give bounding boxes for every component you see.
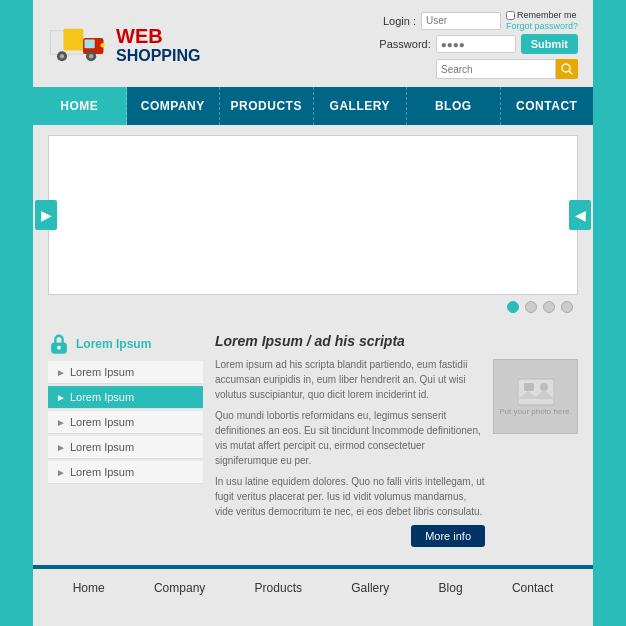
footer-company[interactable]: Company [154, 581, 205, 595]
main-content: Lorem Ipsum / ad his scripta Lorem ipsum… [215, 333, 578, 547]
svg-point-12 [57, 346, 61, 350]
svg-point-5 [60, 54, 64, 58]
footer-nav: Home Company Products Gallery Blog Conta… [33, 569, 593, 607]
nav-contact[interactable]: CONTACT [501, 87, 594, 125]
sidebar-arrow-5: ► [56, 467, 66, 478]
content-para-1: Lorem ipsum ad his scripta blandit parti… [215, 357, 485, 402]
footer-contact[interactable]: Contact [512, 581, 553, 595]
sidebar-item-2[interactable]: ► Lorem Ipsum [48, 386, 203, 409]
sidebar-arrow-3: ► [56, 417, 66, 428]
remember-me-checkbox[interactable] [506, 11, 515, 20]
user-input[interactable] [421, 12, 501, 30]
slider-dot-4[interactable] [561, 301, 573, 313]
content-with-photo: Lorem ipsum ad his scripta blandit parti… [215, 357, 578, 547]
password-label: Password: [379, 38, 430, 50]
logo-shopping: SHOPPING [116, 47, 200, 65]
sidebar-item-3[interactable]: ► Lorem Ipsum [48, 411, 203, 434]
truck-icon [48, 25, 108, 65]
sidebar-arrow-4: ► [56, 442, 66, 453]
svg-rect-1 [63, 28, 83, 50]
sidebar-item-1[interactable]: ► Lorem Ipsum [48, 361, 203, 384]
svg-line-10 [569, 71, 572, 74]
footer-gallery[interactable]: Gallery [351, 581, 389, 595]
nav-products[interactable]: PRODUCTS [220, 87, 314, 125]
header-right: Login : Remember me Forgot password? Pas… [379, 10, 578, 79]
content-section: Lorem Ipsum ► Lorem Ipsum ► Lorem Ipsum … [33, 323, 593, 557]
lock-icon [48, 333, 70, 355]
slider-prev-button[interactable]: ▶ [35, 200, 57, 230]
footer-products[interactable]: Products [255, 581, 302, 595]
login-row: Login : Remember me Forgot password? [383, 10, 578, 31]
svg-rect-14 [524, 383, 534, 391]
slider-box: ▶ ◀ [48, 135, 578, 295]
login-label: Login : [383, 15, 416, 27]
svg-point-7 [89, 54, 93, 58]
submit-button[interactable]: Submit [521, 34, 578, 54]
sidebar-arrow-2: ► [56, 392, 66, 403]
footer-blog[interactable]: Blog [439, 581, 463, 595]
slider-section: ▶ ◀ [33, 125, 593, 323]
svg-point-9 [562, 64, 570, 72]
remember-me-label: Remember me [506, 10, 578, 20]
svg-point-8 [101, 43, 105, 47]
photo-icon [516, 377, 556, 407]
svg-rect-13 [518, 379, 554, 405]
sidebar-arrow-1: ► [56, 367, 66, 378]
nav-company[interactable]: COMPANY [127, 87, 221, 125]
content-title: Lorem Ipsum / ad his scripta [215, 333, 578, 349]
logo-web: WEB [116, 25, 200, 47]
sidebar-title: Lorem Ipsum [76, 337, 151, 351]
search-input[interactable] [436, 59, 556, 79]
header: WEB SHOPPING Login : Remember me Forgot … [33, 0, 593, 87]
logo-area: WEB SHOPPING [48, 25, 200, 65]
slider-dots [48, 301, 578, 313]
logo-text: WEB SHOPPING [116, 25, 200, 65]
photo-placeholder: Put your photo here. [493, 359, 578, 434]
password-row: Password: Submit [379, 34, 578, 54]
nav-gallery[interactable]: GALLERY [314, 87, 408, 125]
content-para-2: Quo mundi lobortis reformidans eu, legim… [215, 408, 485, 468]
search-row [436, 59, 578, 79]
main-wrapper: WEB SHOPPING Login : Remember me Forgot … [33, 0, 593, 626]
search-icon [561, 63, 573, 75]
slider-dot-3[interactable] [543, 301, 555, 313]
content-para-3: In usu latine equidem dolores. Quo no fa… [215, 474, 485, 519]
sidebar-header: Lorem Ipsum [48, 333, 203, 355]
sidebar-list: ► Lorem Ipsum ► Lorem Ipsum ► Lorem Ipsu… [48, 361, 203, 484]
nav-blog[interactable]: BLOG [407, 87, 501, 125]
slider-dot-2[interactable] [525, 301, 537, 313]
sidebar-item-5[interactable]: ► Lorem Ipsum [48, 461, 203, 484]
sidebar-item-4[interactable]: ► Lorem Ipsum [48, 436, 203, 459]
more-info-button[interactable]: More info [411, 525, 485, 547]
main-nav: HOME COMPANY PRODUCTS GALLERY BLOG CONTA… [33, 87, 593, 125]
search-button[interactable] [556, 59, 578, 79]
content-texts: Lorem ipsum ad his scripta blandit parti… [215, 357, 485, 547]
remember-area: Remember me Forgot password? [506, 10, 578, 31]
slider-dot-1[interactable] [507, 301, 519, 313]
forgot-password-link[interactable]: Forgot password? [506, 21, 578, 31]
photo-label: Put your photo here. [499, 407, 572, 416]
nav-home[interactable]: HOME [33, 87, 127, 125]
slider-next-button[interactable]: ◀ [569, 200, 591, 230]
password-input[interactable] [436, 35, 516, 53]
left-sidebar: Lorem Ipsum ► Lorem Ipsum ► Lorem Ipsum … [48, 333, 203, 547]
svg-rect-3 [85, 39, 95, 48]
footer-home[interactable]: Home [73, 581, 105, 595]
